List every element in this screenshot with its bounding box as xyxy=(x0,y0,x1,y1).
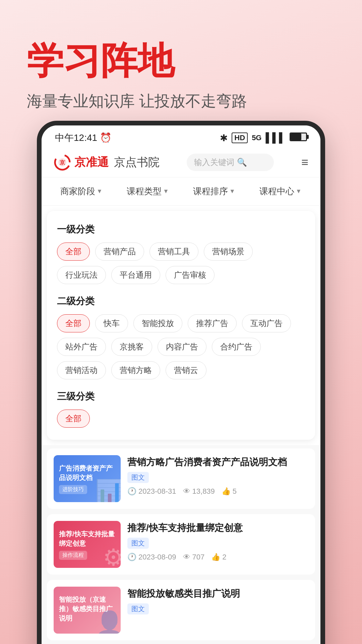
status-time: 中午12:41 ⏰ xyxy=(55,131,112,144)
filter-tag[interactable]: 合约广告 xyxy=(212,338,261,356)
content-info: 营销方略广告消费者资产产品说明文档 图文 🕐2023-08-31 👁13,839… xyxy=(127,455,308,496)
content-list: 广告消费者资产产品说明文档 进阶技巧 📊 营销方略广告消费者资产产品说明文档 图… xyxy=(42,445,320,644)
filter-tag[interactable]: 京挑客 xyxy=(111,338,152,356)
filter-level3-tags: 全部 xyxy=(57,410,305,428)
chevron-down-icon: ▼ xyxy=(229,188,235,195)
menu-icon[interactable]: ≡ xyxy=(301,155,308,169)
filter-tag[interactable]: 全部 xyxy=(57,243,90,261)
filter-tag[interactable]: 推荐广告 xyxy=(188,314,237,332)
phone-mockup: 中午12:41 ⏰ ✱ HD 5G ▌▌▌ 京 京准通 京点书院 输入关键词 xyxy=(37,121,325,644)
content-thumbnail: 智能投放（京速推）敏感类目推广说明 👤 xyxy=(54,587,121,634)
list-item[interactable]: 智能投放（京速推）敏感类目推广说明 👤 智能投放敏感类目推广说明 图文 xyxy=(47,580,315,640)
filter-tag[interactable]: 全部 xyxy=(57,410,90,428)
filter-tag[interactable]: 营销场景 xyxy=(204,243,253,261)
date-icon: 🕐 xyxy=(127,487,136,496)
search-icon: 🔍 xyxy=(237,158,247,167)
date-icon: 🕐 xyxy=(127,553,136,561)
main-title: 学习阵地 xyxy=(27,40,335,81)
content-meta: 🕐2023-08-09 👁707 👍2 xyxy=(127,553,308,561)
filter-tag[interactable]: 全部 xyxy=(57,314,90,332)
content-thumbnail: 广告消费者资产产品说明文档 进阶技巧 📊 xyxy=(54,455,121,502)
filter-level2: 二级分类 全部快车智能投放推荐广告互动广告站外广告京挑客内容广告合约广告营销活动… xyxy=(57,295,305,379)
content-info: 推荐/快车支持批量绑定创意 图文 🕐2023-08-09 👁707 👍2 xyxy=(127,521,308,561)
nav-tab-type[interactable]: 课程类型 ▼ xyxy=(115,182,181,201)
content-info: 智能投放敏感类目推广说明 图文 xyxy=(127,587,308,619)
thumb-badge: 操作流程 xyxy=(59,551,87,560)
signal-icon: 5G xyxy=(252,133,261,142)
app-header: 京 京准通 京点书院 输入关键词 🔍 ≡ xyxy=(42,148,320,177)
content-type-badge: 图文 xyxy=(127,472,149,483)
filter-tag[interactable]: 互动广告 xyxy=(242,314,291,332)
chevron-down-icon: ▼ xyxy=(296,188,302,195)
top-area: 学习阵地 海量专业知识库 让投放不走弯路 xyxy=(0,0,362,132)
filter-tag[interactable]: 营销产品 xyxy=(95,243,144,261)
clock-icon: ⏰ xyxy=(100,132,112,143)
filter-tag[interactable]: 内容广告 xyxy=(158,338,206,356)
filter-panel: 一级分类 全部营销产品营销工具营销场景行业玩法平台通用广告审核 二级分类 全部快… xyxy=(47,211,315,440)
filter-tag[interactable]: 站外广告 xyxy=(57,338,106,356)
logo-area: 京 京准通 京点书院 xyxy=(54,154,160,171)
content-title: 营销方略广告消费者资产产品说明文档 xyxy=(127,455,308,469)
filter-level2-tags: 全部快车智能投放推荐广告互动广告站外广告京挑客内容广告合约广告营销活动营销方略营… xyxy=(57,314,305,379)
content-type-badge: 图文 xyxy=(127,538,149,549)
filter-level3: 三级分类 全部 xyxy=(57,390,305,428)
filter-tag[interactable]: 平台通用 xyxy=(111,266,160,284)
filter-tag[interactable]: 广告审核 xyxy=(166,266,215,284)
logo-brand: 京准通 xyxy=(74,155,109,170)
content-meta: 🕐2023-08-31 👁13,839 👍5 xyxy=(127,487,308,496)
signal-bars-icon: ▌▌▌ xyxy=(265,132,286,143)
bluetooth-icon: ✱ xyxy=(220,132,228,144)
content-type-badge: 图文 xyxy=(127,603,149,614)
filter-level1-tags: 全部营销产品营销工具营销场景行业玩法平台通用广告审核 xyxy=(57,243,305,284)
filter-tag[interactable]: 智能投放 xyxy=(133,314,182,332)
status-bar: 中午12:41 ⏰ ✱ HD 5G ▌▌▌ xyxy=(42,125,320,148)
thumb-title: 推荐/快车支持批量绑定创意 xyxy=(59,529,115,548)
search-placeholder: 输入关键词 xyxy=(194,157,234,168)
logo-sub: 京点书院 xyxy=(114,155,160,170)
filter-tag[interactable]: 营销工具 xyxy=(149,243,198,261)
list-item[interactable]: 推荐/快车支持批量绑定创意 操作流程 ⚙ 推荐/快车支持批量绑定创意 图文 🕐2… xyxy=(47,514,315,575)
search-box[interactable]: 输入关键词 🔍 xyxy=(187,154,274,171)
chevron-down-icon: ▼ xyxy=(163,188,169,195)
nav-tabs: 商家阶段 ▼ 课程类型 ▼ 课程排序 ▼ 课程中心 ▼ xyxy=(42,177,320,206)
filter-tag[interactable]: 快车 xyxy=(95,314,128,332)
subtitle: 海量专业知识库 让投放不走弯路 xyxy=(27,91,335,112)
svg-text:京: 京 xyxy=(60,159,65,165)
nav-tab-sort[interactable]: 课程排序 ▼ xyxy=(181,182,247,201)
list-item[interactable]: 广告消费者资产产品说明文档 进阶技巧 📊 营销方略广告消费者资产产品说明文档 图… xyxy=(47,448,315,509)
content-title: 推荐/快车支持批量绑定创意 xyxy=(127,521,308,535)
views-icon: 👁 xyxy=(183,487,190,496)
filter-tag[interactable]: 营销方略 xyxy=(111,361,160,379)
chevron-down-icon: ▼ xyxy=(97,188,103,195)
content-title: 智能投放敏感类目推广说明 xyxy=(127,587,308,601)
filter-level2-label: 二级分类 xyxy=(57,295,305,308)
filter-level3-label: 三级分类 xyxy=(57,390,305,403)
thumb-badge: 进阶技巧 xyxy=(59,485,87,494)
filter-tag[interactable]: 营销云 xyxy=(166,361,206,379)
filter-level1-label: 一级分类 xyxy=(57,223,305,236)
battery-indicator xyxy=(290,132,307,144)
nav-tab-merchant[interactable]: 商家阶段 ▼ xyxy=(48,182,115,201)
nav-tab-center[interactable]: 课程中心 ▼ xyxy=(247,182,314,201)
likes-icon: 👍 xyxy=(211,553,220,561)
filter-tag[interactable]: 营销活动 xyxy=(57,361,106,379)
filter-tag[interactable]: 行业玩法 xyxy=(57,266,106,284)
status-icons: ✱ HD 5G ▌▌▌ xyxy=(220,132,307,144)
hd-badge: HD xyxy=(232,132,248,143)
filter-level1: 一级分类 全部营销产品营销工具营销场景行业玩法平台通用广告审核 xyxy=(57,223,305,284)
views-icon: 👁 xyxy=(183,553,190,561)
content-thumbnail: 推荐/快车支持批量绑定创意 操作流程 ⚙ xyxy=(54,521,121,568)
thumb-title: 智能投放（京速推）敏感类目推广说明 xyxy=(59,595,115,623)
logo-icon: 京 xyxy=(54,154,71,171)
likes-icon: 👍 xyxy=(222,487,231,496)
thumb-title: 广告消费者资产产品说明文档 xyxy=(59,464,115,482)
